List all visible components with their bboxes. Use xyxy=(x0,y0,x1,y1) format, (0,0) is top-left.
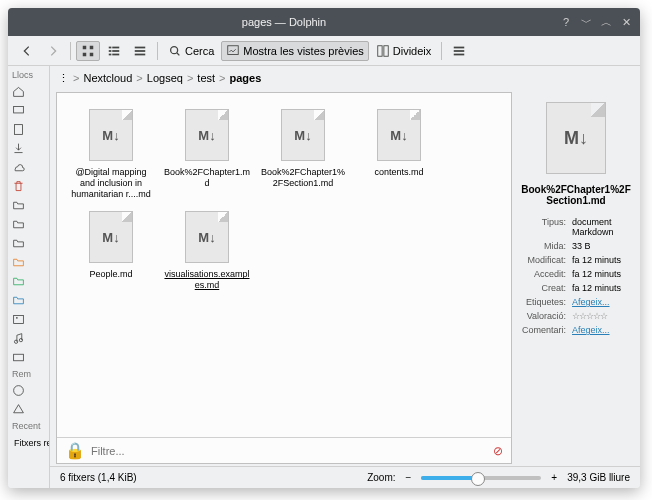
breadcrumb-dropdown[interactable]: ⋮ xyxy=(58,72,69,85)
details-accessed: fa 12 minuts xyxy=(570,268,632,280)
sidebar-item-documents[interactable] xyxy=(12,121,30,138)
maximize-icon[interactable]: ︿ xyxy=(598,14,614,30)
recent-header: Recent xyxy=(8,419,49,433)
details-panel: M↓ Book%2FChapter1%2FSection1.md Tipus:d… xyxy=(512,90,640,466)
sidebar: Llocs Rem Recent Fitxers recents xyxy=(8,66,50,488)
svg-rect-18 xyxy=(454,50,465,52)
sidebar-item-cloud[interactable] xyxy=(12,159,30,176)
svg-rect-14 xyxy=(228,45,239,54)
file-item[interactable]: M↓Book%2FChapter1.md xyxy=(161,105,253,203)
svg-rect-9 xyxy=(112,53,119,55)
markdown-file-icon: M↓ xyxy=(377,109,421,161)
details-filename: Book%2FChapter1%2FSection1.md xyxy=(518,184,634,206)
sidebar-item-drive[interactable] xyxy=(12,401,30,418)
sidebar-item-home[interactable] xyxy=(12,83,30,100)
zoom-in-icon[interactable]: + xyxy=(551,472,557,483)
titlebar: pages — Dolphin ? ﹀ ︿ ✕ xyxy=(8,8,640,36)
zoom-out-icon[interactable]: − xyxy=(406,472,412,483)
svg-rect-20 xyxy=(14,106,24,113)
split-label: Divideix xyxy=(393,45,432,57)
crumb-1[interactable]: Logseq xyxy=(147,72,183,84)
svg-rect-5 xyxy=(112,46,119,48)
sidebar-item-folder3[interactable] xyxy=(12,235,30,252)
sidebar-item-music[interactable] xyxy=(12,330,30,347)
crumb-2[interactable]: test xyxy=(197,72,215,84)
markdown-file-icon: M↓ xyxy=(185,211,229,263)
file-item[interactable]: M↓visualisations.examples.md xyxy=(161,207,253,295)
svg-point-27 xyxy=(14,386,24,396)
minimize-icon[interactable]: ﹀ xyxy=(578,14,594,30)
close-icon[interactable]: ✕ xyxy=(618,14,634,30)
sidebar-item-pictures[interactable] xyxy=(12,311,30,328)
svg-rect-21 xyxy=(14,125,22,135)
status-count: 6 fitxers (1,4 KiB) xyxy=(60,472,137,483)
free-space: 39,3 GiB lliure xyxy=(567,472,630,483)
svg-rect-1 xyxy=(90,45,94,49)
search-button[interactable]: Cerca xyxy=(163,41,219,61)
breadcrumb: ⋮ > Nextcloud > Logseq > test > pages xyxy=(50,66,640,90)
filter-input[interactable] xyxy=(91,445,487,457)
svg-rect-4 xyxy=(109,46,112,48)
toolbar: Cerca Mostra les vistes prèvies Divideix xyxy=(8,36,640,66)
svg-rect-12 xyxy=(135,53,146,55)
svg-rect-11 xyxy=(135,50,146,52)
svg-rect-26 xyxy=(14,354,24,361)
back-button[interactable] xyxy=(15,41,39,61)
svg-point-13 xyxy=(171,46,178,53)
svg-rect-22 xyxy=(14,315,24,323)
file-grid[interactable]: M↓@Digital mapping and inclusion in huma… xyxy=(57,93,511,437)
sidebar-item-videos[interactable] xyxy=(12,349,30,366)
sidebar-item-folder6[interactable] xyxy=(12,292,30,309)
crumb-0[interactable]: Nextcloud xyxy=(83,72,132,84)
sidebar-item-folder2[interactable] xyxy=(12,216,30,233)
compact-view-button[interactable] xyxy=(102,41,126,61)
details-view-button[interactable] xyxy=(128,41,152,61)
markdown-file-icon: M↓ xyxy=(546,102,606,174)
sidebar-item-recent-files[interactable]: Fitxers recents xyxy=(12,434,45,451)
svg-rect-0 xyxy=(83,45,87,49)
svg-rect-2 xyxy=(83,52,87,56)
svg-rect-17 xyxy=(454,46,465,48)
zoom-slider[interactable] xyxy=(421,476,541,480)
icon-view-button[interactable] xyxy=(76,41,100,61)
add-tags-link[interactable]: Afegeix... xyxy=(572,297,610,307)
forward-button[interactable] xyxy=(41,41,65,61)
file-view: M↓@Digital mapping and inclusion in huma… xyxy=(56,92,512,464)
remote-header: Rem xyxy=(8,367,49,381)
sidebar-item-trash[interactable] xyxy=(12,178,30,195)
svg-rect-7 xyxy=(112,50,119,52)
filter-bar: 🔒 ⊘ xyxy=(57,437,511,463)
details-size: 33 B xyxy=(570,240,632,252)
window-title: pages — Dolphin xyxy=(14,16,554,28)
details-modified: fa 12 minuts xyxy=(570,254,632,266)
file-item[interactable]: M↓People.md xyxy=(65,207,157,295)
file-item[interactable]: M↓contents.md xyxy=(353,105,445,203)
svg-rect-10 xyxy=(135,46,146,48)
preview-label: Mostra les vistes prèvies xyxy=(243,45,363,57)
svg-point-23 xyxy=(16,317,18,319)
sidebar-item-folder4[interactable] xyxy=(12,254,30,271)
help-icon[interactable]: ? xyxy=(558,14,574,30)
sidebar-item-downloads[interactable] xyxy=(12,140,30,157)
sidebar-item-folder5[interactable] xyxy=(12,273,30,290)
svg-rect-16 xyxy=(384,45,388,56)
markdown-file-icon: M↓ xyxy=(89,109,133,161)
sidebar-item-network[interactable] xyxy=(12,382,30,399)
svg-rect-15 xyxy=(378,45,382,56)
svg-rect-6 xyxy=(109,50,112,52)
markdown-file-icon: M↓ xyxy=(185,109,229,161)
clear-filter-icon[interactable]: ⊘ xyxy=(493,444,503,458)
file-item[interactable]: M↓@Digital mapping and inclusion in huma… xyxy=(65,105,157,203)
file-item[interactable]: M↓Book%2FChapter1%2FSection1.md xyxy=(257,105,349,203)
split-button[interactable]: Divideix xyxy=(371,41,437,61)
sidebar-item-desktop[interactable] xyxy=(12,102,30,119)
status-bar: 6 fitxers (1,4 KiB) Zoom: − + 39,3 GiB l… xyxy=(50,466,640,488)
places-header: Llocs xyxy=(8,68,49,82)
add-comment-link[interactable]: Afegeix... xyxy=(572,325,610,335)
sidebar-item-folder1[interactable] xyxy=(12,197,30,214)
crumb-3[interactable]: pages xyxy=(230,72,262,84)
rating-stars[interactable]: ☆☆☆☆☆ xyxy=(570,310,632,322)
svg-rect-19 xyxy=(454,53,465,55)
menu-button[interactable] xyxy=(447,41,471,61)
preview-button[interactable]: Mostra les vistes prèvies xyxy=(221,41,368,61)
